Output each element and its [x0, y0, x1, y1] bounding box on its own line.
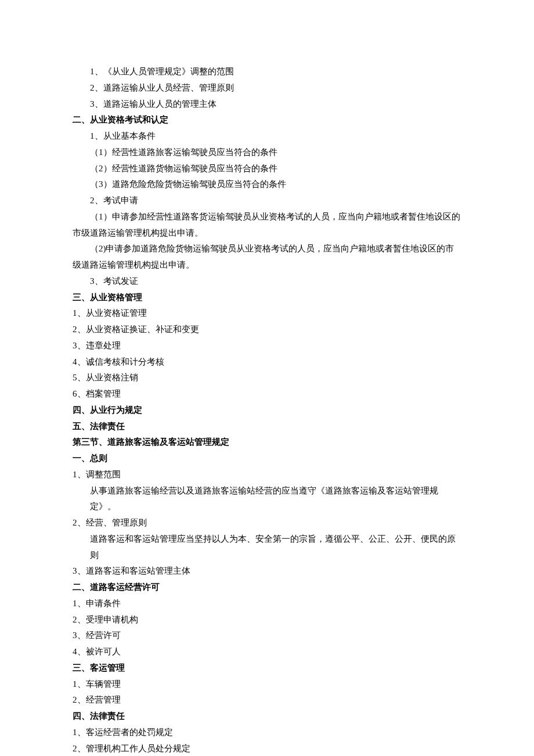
text-line: 二、从业资格考试和认定 — [73, 112, 461, 128]
text-line: 1、车辆管理 — [73, 676, 461, 693]
text-line: 3、道路客运和客运站管理主体 — [73, 563, 461, 579]
text-line: 4、被许可人 — [73, 644, 461, 660]
text-line: 3、违章处理 — [73, 338, 461, 354]
text-line: 3、考试发证 — [73, 273, 461, 290]
text-line: 从事道路旅客运输经营以及道路旅客运输站经营的应当遵守《道路旅客运输及客运站管理规… — [73, 483, 461, 516]
text-line: 第三节、道路旅客运输及客运站管理规定 — [73, 434, 461, 451]
text-line: （3）道路危险危险货物运输驾驶员应当符合的条件 — [73, 177, 461, 193]
text-line: 1、从业基本条件 — [73, 128, 461, 145]
text-line: 1、申请条件 — [73, 596, 461, 612]
text-line: （2）经营性道路货物运输驾驶员应当符合的条件 — [73, 161, 461, 177]
text-line: 二、道路客运经营许可 — [73, 579, 461, 596]
text-line: 2、受理申请机构 — [73, 612, 461, 628]
text-line: 三、从业资格管理 — [73, 290, 461, 306]
text-line: （2)申请参加道路危险货物运输驾驶员从业资格考试的人员，应当向户籍地或者暂住地设… — [73, 241, 461, 273]
text-line: （1）经营性道路旅客运输驾驶员应当符合的条件 — [73, 145, 461, 161]
text-line: 四、法律责任 — [73, 708, 461, 725]
text-line: 6、档案管理 — [73, 386, 461, 402]
text-line: 3、道路运输从业人员的管理主体 — [73, 96, 461, 113]
text-line: 三、客运管理 — [73, 660, 461, 676]
text-line: 五、法律责任 — [73, 419, 461, 435]
text-line: 2、道路运输从业人员经营、管理原则 — [73, 80, 461, 96]
document-body: 1、《从业人员管理规定》调整的范围2、道路运输从业人员经营、管理原则3、道路运输… — [73, 64, 461, 756]
text-line: 1、从业资格证管理 — [73, 305, 461, 322]
text-line: 2、管理机构工作人员处分规定 — [73, 741, 461, 757]
text-line: 四、从业行为规定 — [73, 402, 461, 419]
text-line: 一、总则 — [73, 451, 461, 467]
text-line: 2、考试申请 — [73, 193, 461, 209]
text-line: 1、《从业人员管理规定》调整的范围 — [73, 64, 461, 80]
text-line: 1、调整范围 — [73, 467, 461, 483]
text-line: 4、诚信考核和计分考核 — [73, 354, 461, 370]
text-line: 道路客运和客运站管理应当坚持以人为本、安全第一的宗旨，遵循公平、公正、公开、便民… — [73, 531, 461, 564]
text-line: 3、经营许可 — [73, 628, 461, 644]
text-line: 1、客运经营者的处罚规定 — [73, 725, 461, 741]
text-line: 2、经营管理 — [73, 692, 461, 708]
text-line: 2、经营、管理原则 — [73, 515, 461, 531]
text-line: 5、从业资格注销 — [73, 370, 461, 386]
text-line: （1）申请参加经营性道路客货运输驾驶员从业资格考试的人员，应当向户籍地或者暂住地… — [73, 209, 461, 242]
text-line: 2、从业资格证换证、补证和变更 — [73, 322, 461, 338]
